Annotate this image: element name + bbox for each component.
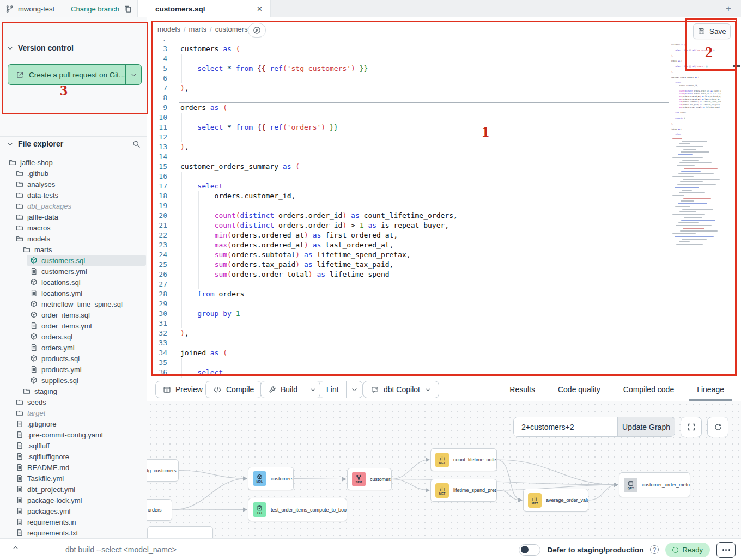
tree-item-jaffle-shop[interactable]: jaffle-shop [0, 157, 146, 168]
more-options-button[interactable] [716, 542, 736, 558]
code-line-3[interactable]: customers as ( [180, 44, 458, 54]
code-line-13[interactable]: ), [180, 142, 458, 152]
code-line-11[interactable]: select * from {{ ref('orders') }} [180, 123, 458, 132]
tree-item-marts[interactable]: marts [0, 244, 146, 255]
tree-item-packages-yml[interactable]: packages.yml [0, 506, 146, 516]
code-line-24[interactable]: sum(orders.subtotal) as lifetime_spend_p… [180, 250, 458, 260]
ready-status-badge[interactable]: Ready [665, 543, 710, 557]
code-line-12[interactable] [180, 132, 458, 142]
code-line-16[interactable] [180, 172, 458, 181]
tab-customers-sql[interactable]: customers.sql ✕ [138, 0, 271, 17]
tree-item-orders-yml[interactable]: orders.yml [0, 342, 146, 353]
code-line-4[interactable] [180, 54, 458, 64]
code-line-26[interactable]: sum(orders.order_total) as lifetime_spen… [180, 270, 458, 279]
lineage-node-partial-node[interactable] [147, 526, 213, 538]
tree-item--sqlfluffignore[interactable]: .sqlfluffignore [0, 451, 146, 462]
copy-icon[interactable] [124, 5, 132, 13]
code-line-14[interactable] [180, 152, 458, 162]
code-line-17[interactable]: select [180, 181, 458, 191]
tree-item-locations-yml[interactable]: locations.yml [0, 288, 146, 299]
code-line-20[interactable]: count(distinct orders.order_id) as count… [180, 211, 458, 221]
tree-item-taskfile-yml[interactable]: Taskfile.yml [0, 473, 146, 484]
fullscreen-button[interactable] [681, 417, 702, 437]
code-line-28[interactable]: from orders [180, 289, 458, 299]
lineage-node-customers-model[interactable]: MDLcustomers [248, 467, 294, 490]
tree-item-jaffle-data[interactable]: jaffle-data [0, 211, 146, 222]
code-line-36[interactable]: select [180, 368, 458, 378]
tree-item-orders-sql[interactable]: orders.sql [0, 331, 146, 342]
code-line-27[interactable] [180, 279, 458, 289]
change-branch-link[interactable]: Change branch [71, 5, 119, 13]
scrollbar-marker[interactable] [733, 65, 740, 67]
code-line-21[interactable]: count(distinct orders.order_id) > 1 as i… [180, 221, 458, 230]
tree-item-customers-sql[interactable]: customers.sql [0, 255, 146, 266]
lineage-node-stg-customers[interactable]: stg_customers [147, 459, 179, 482]
tab-code-quality[interactable]: Code quality [550, 380, 608, 401]
code-editor[interactable]: 2345678910111213141516171819202122232425… [147, 40, 741, 379]
code-line-2[interactable] [180, 40, 458, 44]
code-line-22[interactable]: min(orders.ordered_at) as first_ordered_… [180, 230, 458, 240]
tree-item-readme-md[interactable]: README.md [0, 462, 146, 473]
code-line-34[interactable]: joined as ( [180, 348, 458, 358]
code-line-25[interactable]: sum(orders.tax_paid) as lifetime_tax_pai… [180, 260, 458, 270]
tree-item-locations-sql[interactable]: locations.sql [0, 277, 146, 288]
tree-item-metricflow-time-spine-sql[interactable]: metricflow_time_spine.sql [0, 299, 146, 309]
pr-dropdown-button[interactable] [126, 65, 141, 84]
refresh-button[interactable] [707, 417, 728, 437]
tree-item-staging[interactable]: staging [0, 386, 146, 397]
code-line-31[interactable] [180, 319, 458, 328]
code-line-5[interactable]: select * from {{ ref('stg_customers') }} [180, 64, 458, 74]
dbt-copilot-button[interactable]: dbt Copilot [363, 381, 439, 398]
lineage-node-customers-semantic[interactable]: SEMcustomers [347, 468, 392, 490]
code-line-9[interactable]: orders as ( [180, 103, 458, 113]
code-line-23[interactable]: max(orders.ordered_at) as last_ordered_a… [180, 240, 458, 250]
file-explorer-header[interactable]: File explorer [7, 139, 141, 148]
tree-item-macros[interactable]: macros [0, 222, 146, 233]
tree-item-analyses[interactable]: analyses [0, 179, 146, 190]
tree-item--pre-commit-config-yaml[interactable]: .pre-commit-config.yaml [0, 429, 146, 440]
search-icon[interactable] [132, 140, 141, 148]
defer-toggle[interactable] [519, 544, 540, 556]
breadcrumb-part[interactable]: models [157, 25, 180, 33]
tree-item-products-sql[interactable]: products.sql [0, 353, 146, 364]
tree-item-order-items-yml[interactable]: order_items.yml [0, 320, 146, 331]
close-icon[interactable]: ✕ [257, 5, 263, 13]
tree-item-data-tests[interactable]: data-tests [0, 190, 146, 200]
tab-compiled-code[interactable]: Compiled code [616, 380, 682, 401]
tab-lineage[interactable]: Lineage [689, 380, 732, 401]
code-line-30[interactable]: group by 1 [180, 309, 458, 319]
tree-item--github[interactable]: .github [0, 168, 146, 179]
code-line-33[interactable] [180, 338, 458, 348]
command-input[interactable]: dbt build --select <model_name> [65, 545, 177, 554]
code-line-10[interactable] [180, 113, 458, 123]
code-line-6[interactable] [180, 74, 458, 83]
tree-item-order-items-sql[interactable]: order_items.sql [0, 309, 146, 320]
lint-button[interactable]: Lint [319, 381, 363, 398]
create-pull-request-button[interactable]: Create a pull request on Git... [8, 64, 142, 85]
tree-item-package-lock-yml[interactable]: package-lock.yml [0, 495, 146, 506]
code-line-32[interactable]: ), [180, 328, 458, 338]
tree-item--gitignore[interactable]: .gitignore [0, 418, 146, 429]
update-graph-button[interactable]: Update Graph [617, 417, 675, 436]
tree-item-requirements-txt[interactable]: requirements.txt [0, 527, 146, 538]
code-line-7[interactable]: ), [180, 83, 458, 93]
tree-item-products-yml[interactable]: products.yml [0, 364, 146, 375]
minimap[interactable]: customers as ( select * from {{ ref('stg… [671, 41, 721, 374]
compile-button[interactable]: Compile [205, 381, 262, 398]
lineage-node-average-order-value[interactable]: METaverage_order_value [523, 489, 588, 512]
lint-dropdown-button[interactable] [346, 381, 362, 398]
tree-item-models[interactable]: models [0, 233, 146, 244]
tree-item-seeds[interactable]: seeds [0, 397, 146, 407]
tree-item-dbt-project-yml[interactable]: dbt_project.yml [0, 484, 146, 495]
breadcrumb-part[interactable]: marts [189, 25, 207, 33]
code-line-19[interactable] [180, 201, 458, 211]
lineage-node-lifetime-spend-pretax[interactable]: METlifetime_spend_pretax [430, 479, 497, 502]
lineage-node-customer-order-metrics[interactable]: QRYcustomer_order_metrics [619, 472, 690, 497]
code-line-35[interactable] [180, 358, 458, 368]
code-line-18[interactable]: orders.customer_id, [180, 191, 458, 201]
lineage-filter-input[interactable] [514, 417, 617, 436]
preview-button[interactable]: Preview [155, 381, 210, 398]
code-line-15[interactable]: customer_orders_summary as ( [180, 162, 458, 172]
save-button[interactable]: Save [693, 23, 731, 39]
help-icon[interactable]: ? [650, 545, 659, 554]
